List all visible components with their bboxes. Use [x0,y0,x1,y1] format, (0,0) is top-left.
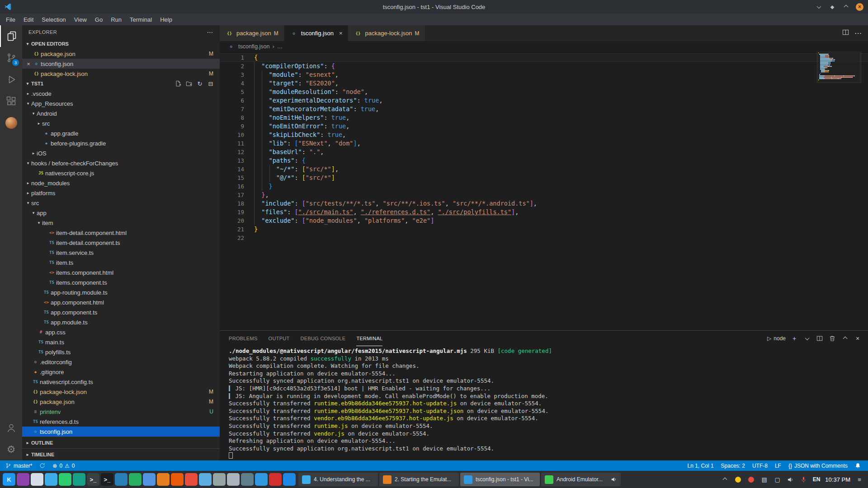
tree-item[interactable]: ≡printenvU [22,407,220,417]
taskbar-app-icon-ide[interactable] [115,473,127,486]
open-editor-item[interactable]: ×⚙tsconfig.json [22,59,220,69]
tree-item[interactable]: ▸platforms [22,188,220,198]
tree-item[interactable]: TSitem.ts [22,258,220,267]
menu-selection[interactable]: Selection [38,14,70,25]
tree-item[interactable]: #app.css [22,327,220,337]
taskbar-app-icon-gmail[interactable] [283,473,296,486]
tree-item[interactable]: <>items.component.html [22,267,220,277]
menu-file[interactable]: File [2,14,19,25]
taskbar-window-button[interactable]: 2. Starting the Emulat... [379,473,459,486]
taskbar-window-button[interactable]: tsconfig.json - tst1 - Vi... [460,473,540,486]
menu-go[interactable]: Go [91,14,107,25]
new-file-icon[interactable] [175,80,182,87]
open-editor-item[interactable]: {}package-lock.jsonM [22,69,220,79]
tree-item[interactable]: ◆.gitignore [22,367,220,377]
editor-more-icon[interactable]: ⋯ [854,29,862,38]
taskbar-app-icon-chat[interactable] [59,473,71,486]
taskbar-app-icon-editor[interactable] [227,473,240,486]
terminal-output[interactable]: ./node_modules/@nativescript/angular/fes… [220,346,868,460]
tree-item[interactable]: {}package.jsonM [22,397,220,407]
tree-item[interactable]: TSreferences.d.ts [22,417,220,427]
close-window-icon[interactable]: × [856,3,863,11]
tree-item[interactable]: TSpolyfills.ts [22,347,220,357]
tree-item[interactable]: TSapp.component.ts [22,307,220,317]
open-editor-item[interactable]: {}package.jsonM [22,49,220,59]
panel-settings-icon[interactable]: ≡ [855,475,863,483]
minimize-icon[interactable]: ◆ [829,3,836,10]
tree-item[interactable]: {}package-lock.jsonM [22,387,220,397]
menu-terminal[interactable]: Terminal [126,14,156,25]
tree-item[interactable]: ▾item [22,218,220,228]
kill-terminal-icon[interactable] [828,334,836,343]
close-panel-icon[interactable]: × [854,334,862,343]
tree-item[interactable]: ⚙.editorconfig [22,357,220,367]
tree-item[interactable]: ▾Android [22,108,220,118]
speaker-icon[interactable] [611,476,617,483]
taskbar-window-button[interactable]: Android Emulator... [541,473,621,486]
settings-gear-icon[interactable]: ⚙ [0,439,22,460]
extensions-icon[interactable] [0,90,22,112]
tray-app-yellow[interactable] [734,475,742,483]
open-editors-header[interactable]: ▾ OPEN EDITORS [22,39,220,49]
close-icon[interactable]: × [25,61,32,67]
tree-item[interactable]: TSmain.ts [22,337,220,347]
taskbar-app-icon-terminal-alt[interactable]: >_ [101,473,113,486]
indentation[interactable]: Spaces: 2 [717,460,749,471]
language-mode[interactable]: {} JSON with Comments [785,460,851,471]
timeline-header[interactable]: ▸ TIMELINE [22,448,220,460]
refresh-icon[interactable]: ↻ [196,80,203,87]
git-branch-item[interactable]: master* [2,460,36,471]
cursor-position[interactable]: Ln 1, Col 1 [684,460,717,471]
tree-item[interactable]: ▾App_Resources [22,99,220,108]
sync-icon[interactable] [36,460,49,471]
menu-view[interactable]: View [70,14,91,25]
outline-header[interactable]: ▸ OUTLINE [22,436,220,448]
taskbar-app-icon-jetbrains[interactable] [185,473,198,486]
tree-item[interactable]: ⚙tsconfig.json [22,427,220,436]
editor-tab[interactable]: {}package-lock.jsonM [348,25,425,41]
eol-sequence[interactable]: LF [771,460,785,471]
taskbar-app-icon-vscode[interactable] [255,473,268,486]
tree-item[interactable]: JSnativescript-core.js [22,168,220,178]
microphone-icon[interactable] [800,475,808,483]
breadcrumb-symbol[interactable]: … [277,43,283,50]
display-icon[interactable]: ▢ [774,475,782,483]
breadcrumb-file[interactable]: tsconfig.json [238,43,269,50]
notifications-bell-icon[interactable] [851,460,864,471]
panel-tab-terminal[interactable]: TERMINAL [356,331,382,346]
split-editor-icon[interactable] [842,29,849,38]
panel-tab-debug-console[interactable]: DEBUG CONSOLE [301,331,346,346]
project-root-header[interactable]: ▾ TST1 ↻ ⊟ [22,79,220,89]
new-folder-icon[interactable] [185,80,193,87]
taskbar-app-icon-pager[interactable] [17,473,29,486]
taskbar-app-icon-telegram[interactable] [199,473,212,486]
taskbar-app-icon-spotify[interactable] [129,473,142,486]
keep-below-icon[interactable] [815,3,822,10]
accounts-icon[interactable] [0,417,22,439]
explorer-more-icon[interactable]: ⋯ [207,28,213,36]
menu-edit[interactable]: Edit [19,14,38,25]
menu-help[interactable]: Help [156,14,176,25]
tree-item[interactable]: TSapp-routing.module.ts [22,287,220,297]
taskbar-app-icon-settings[interactable] [241,473,254,486]
run-debug-icon[interactable] [0,69,22,90]
taskbar-app-icon-app-launcher[interactable]: K [3,473,15,486]
terminal-dropdown-icon[interactable] [803,334,811,343]
panel-tab-problems[interactable]: PROBLEMS [229,331,258,346]
taskbar-app-icon-browser[interactable] [45,473,57,486]
new-terminal-icon[interactable]: + [790,334,798,343]
editor-tab[interactable]: ⚙tsconfig.json× [284,25,349,41]
clipboard-icon[interactable]: ▤ [760,475,769,483]
clock[interactable]: 10:37 PM [825,476,850,483]
profile-avatar[interactable] [0,112,22,134]
taskbar-app-icon-dolphin[interactable] [143,473,156,486]
taskbar-window-button[interactable]: 4. Understanding the ... [298,473,378,486]
taskbar-app-icon-tools[interactable] [157,473,170,486]
tree-item[interactable]: ▾app [22,208,220,218]
explorer-icon[interactable] [0,25,22,47]
volume-icon[interactable] [787,475,795,483]
close-tab-icon[interactable]: × [339,30,343,37]
taskbar-app-icon-kate[interactable] [213,473,226,486]
editor-tab[interactable]: {}package.jsonM [220,25,284,41]
keyboard-layout[interactable]: EN [813,476,821,483]
